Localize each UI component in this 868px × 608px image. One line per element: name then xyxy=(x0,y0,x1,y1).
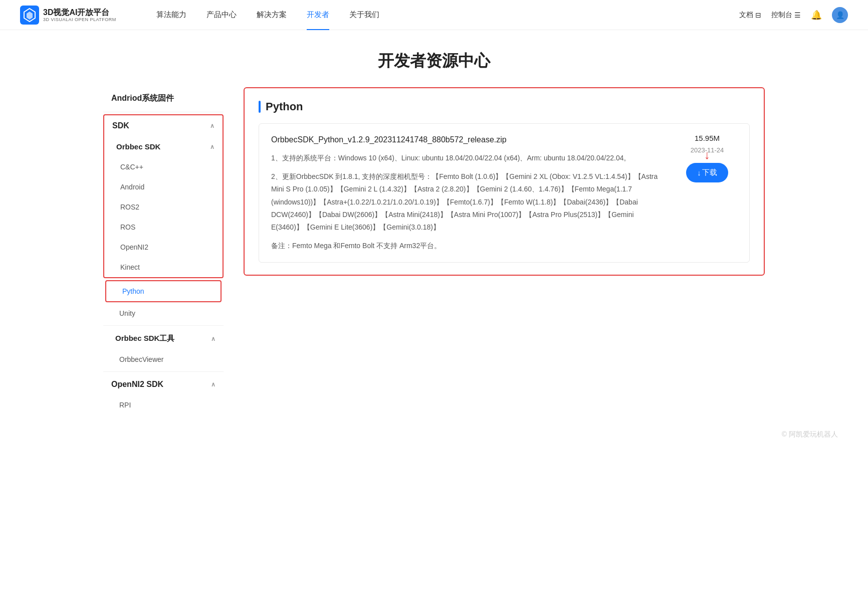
content-area: Python OrbbecSDK_Python_v1.2.9_202311241… xyxy=(234,87,765,415)
nav-item-solutions[interactable]: 解决方案 xyxy=(247,0,297,30)
sidebar-item-android[interactable]: Android xyxy=(104,177,223,197)
section-title-bar xyxy=(259,101,261,113)
content-card: Python OrbbecSDK_Python_v1.2.9_202311241… xyxy=(244,87,765,276)
main-layout: Andriod系统固件 SDK ∧ Orbbec SDK ∧ C&C++ And… xyxy=(83,87,785,415)
download-desc-line1: 1、支持的系统平台：Windows 10 (x64)、Linux: ubuntu… xyxy=(271,152,667,164)
sidebar-item-ros[interactable]: ROS xyxy=(104,217,223,237)
nav-item-about[interactable]: 关于我们 xyxy=(339,0,389,30)
sidebar-item-cpp[interactable]: C&C++ xyxy=(104,157,223,177)
sdk-chevron-icon: ∧ xyxy=(210,122,214,129)
nav-item-algorithm[interactable]: 算法能力 xyxy=(146,0,196,30)
download-desc-line3: 备注：Femto Mega 和Femto Bolt 不支持 Arm32平台。 xyxy=(271,240,667,252)
download-icon: ↓ xyxy=(697,168,701,177)
avatar-button[interactable]: 👤 xyxy=(832,7,848,23)
logo-text: 3D视觉AI开放平台 3D VISUALAI OPEN PLATFORM xyxy=(43,8,116,23)
orbbec-tools-chevron-icon: ∧ xyxy=(211,335,215,342)
sidebar-item-sdk[interactable]: SDK ∧ xyxy=(104,115,223,136)
sidebar-item-openni2-sdk[interactable]: OpenNI2 SDK ∧ xyxy=(103,374,224,395)
sidebar-item-android-firmware[interactable]: Andriod系统固件 xyxy=(103,87,224,110)
header: 3D视觉AI开放平台 3D VISUALAI OPEN PLATFORM 算法能… xyxy=(0,0,868,30)
download-info: OrbbecSDK_Python_v1.2.9_202311241748_880… xyxy=(271,134,667,252)
sidebar-item-orbbec-sdk[interactable]: Orbbec SDK ∧ xyxy=(104,136,223,157)
page-title-area: 开发者资源中心 xyxy=(0,30,868,87)
sidebar-item-unity[interactable]: Unity xyxy=(103,303,224,323)
orbbec-sdk-chevron-icon: ∧ xyxy=(210,143,214,150)
sidebar-item-orbbecviewer[interactable]: OrbbecViewer xyxy=(103,349,224,369)
sidebar-item-orbbec-tools[interactable]: Orbbec SDK工具 ∧ xyxy=(103,328,224,349)
sidebar-item-ros2[interactable]: ROS2 xyxy=(104,197,223,217)
download-meta: 15.95M 2023-11-24 ↓ ↓ 下载 xyxy=(677,134,737,182)
sidebar-python-highlight: Python xyxy=(105,280,222,302)
arrow-annotation: ↓ xyxy=(704,148,710,162)
section-title: Python xyxy=(259,100,750,113)
sidebar-item-rpi[interactable]: RPI xyxy=(103,395,224,415)
download-item: OrbbecSDK_Python_v1.2.9_202311241748_880… xyxy=(259,123,750,263)
logo[interactable]: 3D视觉AI开放平台 3D VISUALAI OPEN PLATFORM xyxy=(20,6,116,25)
openni2-sdk-chevron-icon: ∧ xyxy=(211,381,215,388)
sidebar-sdk-group: SDK ∧ Orbbec SDK ∧ C&C++ Android ROS2 RO… xyxy=(103,114,224,278)
page-title: 开发者资源中心 xyxy=(0,50,868,72)
main-nav: 算法能力 产品中心 解决方案 开发者 关于我们 xyxy=(146,0,739,30)
logo-icon xyxy=(20,6,39,25)
nav-item-developers[interactable]: 开发者 xyxy=(297,0,339,30)
sidebar: Andriod系统固件 SDK ∧ Orbbec SDK ∧ C&C++ And… xyxy=(103,87,234,415)
console-link[interactable]: 控制台 ☰ xyxy=(771,11,801,20)
footer-watermark: © 阿凯爱玩机器人 xyxy=(0,415,868,449)
file-size: 15.95M xyxy=(695,134,720,142)
sidebar-item-kinect[interactable]: Kinect xyxy=(104,257,223,277)
sidebar-item-python[interactable]: Python xyxy=(106,281,221,301)
sidebar-item-openni2[interactable]: OpenNI2 xyxy=(104,237,223,257)
download-button[interactable]: ↓ 下载 xyxy=(686,163,728,182)
download-desc-line2: 2、更新OrbbecSDK 到1.8.1, 支持的深度相机型号：【Femto B… xyxy=(271,170,667,234)
nav-item-products[interactable]: 产品中心 xyxy=(196,0,247,30)
bell-button[interactable]: 🔔 xyxy=(811,10,822,21)
header-right: 文档 ⊟ 控制台 ☰ 🔔 👤 xyxy=(739,7,848,23)
download-filename: OrbbecSDK_Python_v1.2.9_202311241748_880… xyxy=(271,134,667,146)
docs-link[interactable]: 文档 ⊟ xyxy=(739,11,761,20)
